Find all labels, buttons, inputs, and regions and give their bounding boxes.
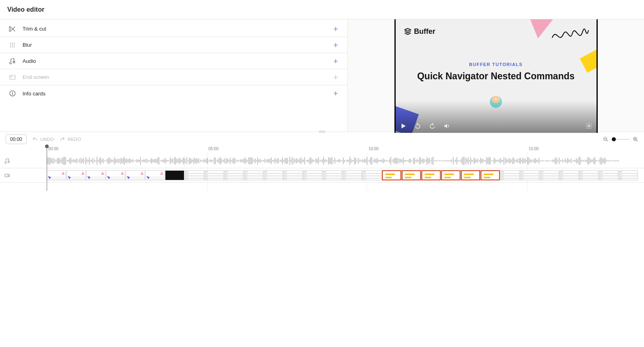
video-track-icon-cell [0, 172, 14, 179]
tool-label: Trim & cut [23, 26, 332, 32]
undo-button[interactable]: UNDO [32, 136, 54, 142]
music-note-icon [9, 58, 16, 65]
tool-row-end-screen[interactable]: End screen [0, 69, 347, 85]
music-note-icon [4, 158, 10, 164]
preview-subtitle: BUFFER TUTORIALS [396, 62, 597, 67]
video-thumbnail[interactable] [500, 170, 520, 180]
video-thumbnail[interactable] [165, 170, 184, 180]
ruler-tick-label: 10:00 [368, 147, 378, 151]
play-icon[interactable] [400, 122, 407, 130]
svg-point-0 [588, 125, 590, 127]
audio-track-icon-cell [0, 158, 14, 164]
volume-icon[interactable] [443, 122, 450, 130]
video-thumbnail[interactable] [599, 170, 618, 180]
video-thumbnail[interactable] [204, 170, 224, 180]
audio-waveform [47, 154, 644, 168]
ruler-tick: 10:00 [367, 147, 377, 151]
video-thumbnail[interactable] [382, 170, 401, 180]
scribble-icon [550, 23, 590, 52]
video-thumbnail[interactable] [343, 170, 362, 180]
redo-button[interactable]: REDO [60, 136, 81, 142]
video-track[interactable] [0, 168, 644, 183]
video-thumbnail[interactable] [244, 170, 263, 180]
redo-icon [60, 136, 65, 142]
tool-row-info-cards[interactable]: Info cards [0, 85, 347, 101]
video-thumbnail[interactable] [303, 170, 322, 180]
preview-title: Quick Navigator Nested Commands [396, 71, 597, 82]
scissors-icon [9, 25, 16, 33]
video-thumbnail[interactable] [619, 170, 638, 180]
video-thumbnail[interactable] [461, 170, 480, 180]
header: Video editor [0, 0, 644, 19]
panel-resize-handle[interactable] [317, 129, 327, 134]
undo-label: UNDO [40, 137, 54, 142]
video-thumbnail[interactable] [106, 170, 125, 180]
video-thumbnail[interactable] [185, 170, 204, 180]
video-thumbnail[interactable] [540, 170, 559, 180]
ruler-tick-label: 00:00 [48, 147, 58, 151]
tool-label: Info cards [23, 91, 332, 97]
preview-area: Buffer BUFFER TUTORIALS Quick Navigator … [348, 19, 644, 132]
zoom-controls [603, 136, 638, 142]
add-info-cards-button[interactable] [332, 90, 339, 97]
tools-panel: Trim & cutBlurAudioEnd screenInfo cards [0, 19, 348, 132]
upper-panel: Trim & cutBlurAudioEnd screenInfo cards … [0, 19, 644, 132]
preview-frame: Buffer BUFFER TUTORIALS Quick Navigator … [396, 19, 597, 133]
brand-logo: Buffer [404, 27, 436, 36]
video-thumbnail[interactable] [264, 170, 283, 180]
video-camera-icon [4, 172, 10, 179]
video-thumbnail[interactable] [362, 170, 382, 180]
video-thumbnail[interactable] [421, 170, 441, 180]
video-thumbnail[interactable] [86, 170, 105, 180]
video-thumbnail[interactable] [579, 170, 599, 180]
ruler-tick: 15:00 [527, 147, 537, 151]
zoom-slider-thumb[interactable] [612, 137, 616, 141]
audio-track[interactable] [0, 154, 644, 168]
video-thumbnail[interactable] [66, 170, 86, 180]
brand-name: Buffer [414, 27, 436, 36]
video-thumbnail[interactable] [145, 170, 165, 180]
tool-row-audio[interactable]: Audio [0, 53, 347, 69]
tool-row-blur[interactable]: Blur [0, 37, 347, 53]
video-thumbnail[interactable] [283, 170, 303, 180]
video-thumbnail[interactable] [559, 170, 579, 180]
video-thumbnail[interactable] [481, 170, 500, 180]
current-time-input[interactable]: 00:00 [6, 134, 27, 144]
tool-label: End screen [23, 74, 332, 80]
add-trim-cut-button[interactable] [332, 25, 339, 33]
tool-row-trim-cut[interactable]: Trim & cut [0, 21, 347, 37]
video-thumbnail[interactable] [441, 170, 460, 180]
timeline[interactable]: 00:0005:0010:0015:00 [0, 147, 644, 183]
blur-grid-icon [9, 41, 16, 49]
add-end-screen-button[interactable] [332, 74, 339, 81]
end-screen-icon [9, 74, 16, 81]
add-blur-button[interactable] [332, 41, 339, 49]
video-thumbnail[interactable] [520, 170, 539, 180]
video-thumbnail[interactable] [126, 170, 145, 180]
video-thumbnail[interactable] [224, 170, 244, 180]
preview-controls [400, 122, 592, 130]
zoom-slider[interactable] [612, 139, 630, 140]
timeline-ruler[interactable]: 00:0005:0010:0015:00 [47, 147, 644, 154]
ruler-tick-label: 05:00 [208, 147, 219, 151]
zoom-in-icon[interactable] [633, 136, 638, 142]
add-audio-button[interactable] [332, 58, 339, 65]
svg-rect-4 [5, 174, 8, 177]
tool-label: Blur [23, 42, 332, 48]
undo-icon [32, 136, 38, 142]
redo-label: REDO [68, 137, 81, 142]
ruler-tick-label: 15:00 [528, 147, 539, 151]
playhead[interactable] [47, 147, 47, 191]
zoom-out-icon[interactable] [603, 136, 609, 142]
ruler-tick: 05:00 [207, 147, 217, 151]
page-title: Video editor [7, 6, 44, 13]
video-thumbnail[interactable] [47, 170, 66, 180]
rewind-10-icon[interactable] [414, 122, 421, 130]
video-thumbnail[interactable] [402, 170, 421, 180]
settings-gear-icon[interactable] [585, 122, 592, 130]
timeline-toolbar: 00:00 UNDO REDO [0, 132, 644, 147]
video-preview[interactable]: Buffer BUFFER TUTORIALS Quick Navigator … [394, 19, 598, 133]
video-thumbnail[interactable] [323, 170, 342, 180]
video-thumbnails [47, 170, 644, 180]
forward-10-icon[interactable] [429, 122, 436, 130]
